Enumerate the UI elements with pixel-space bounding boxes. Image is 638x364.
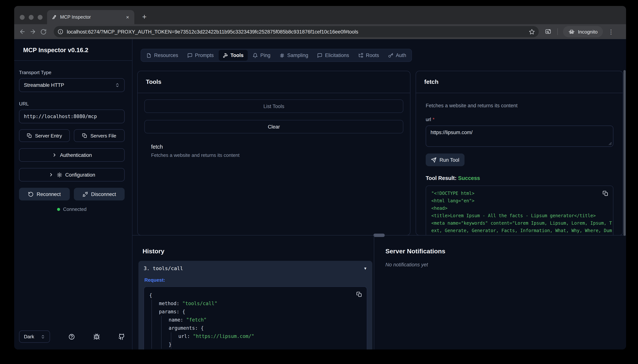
close-window-button[interactable] — [20, 15, 25, 20]
tab-resources[interactable]: Resources — [142, 50, 182, 61]
help-icon[interactable] — [68, 333, 75, 340]
search-tabs-icon[interactable] — [545, 28, 551, 35]
browser-tab[interactable]: MCP Inspector × — [47, 10, 134, 24]
server-entry-button[interactable]: Server Entry — [19, 129, 70, 142]
bookmark-star-icon[interactable] — [529, 28, 535, 35]
json-line: } — [149, 340, 361, 349]
code-line: ext, Generate, Generator, Facts, Informa… — [431, 227, 608, 234]
tab-auth[interactable]: Auth — [384, 50, 410, 61]
tool-result-label: Tool Result: — [426, 175, 457, 181]
code-line: <title>Lorem Ipsum - All the facts - Lip… — [431, 212, 608, 220]
json-line: arguments: { — [149, 324, 361, 332]
code-line: <meta name="keywords" content="Lorem Ips… — [431, 220, 608, 227]
tab-strip: MCP Inspector × + — [14, 6, 626, 24]
top-nav-tabs: Resources Prompts Tools Ping — [141, 49, 412, 62]
address-bar[interactable]: localhost:6274/?MCP_PROXY_AUTH_TOKEN=9e7… — [54, 26, 539, 37]
tab-label: Auth — [396, 52, 406, 58]
servers-file-label: Servers File — [90, 133, 116, 138]
copy-icon[interactable] — [602, 190, 608, 196]
main-content: Resources Prompts Tools Ping — [132, 39, 626, 350]
tool-name: fetch — [151, 144, 403, 150]
fetch-panel-title: fetch — [416, 71, 623, 93]
back-icon[interactable] — [17, 26, 28, 37]
chevron-right-icon — [52, 152, 57, 158]
divider-drag-handle[interactable] — [373, 234, 385, 237]
json-line: method: "tools/call" — [149, 300, 361, 308]
clear-tools-button[interactable]: Clear — [144, 120, 403, 134]
json-line: params: { — [149, 308, 361, 316]
tab-elicitations[interactable]: Elicitations — [313, 50, 353, 61]
server-notifications-title: Server Notifications — [385, 248, 445, 255]
url-param-label-text: url — [426, 116, 431, 122]
history-right-border — [374, 236, 374, 350]
tool-list-item-fetch[interactable]: fetch Fetches a website and returns its … — [151, 144, 403, 158]
tab-roots[interactable]: Roots — [354, 50, 383, 61]
copy-icon[interactable] — [356, 291, 362, 297]
url-text[interactable]: localhost:6274/?MCP_PROXY_AUTH_TOKEN=9e7… — [67, 29, 526, 34]
traffic-lights[interactable] — [20, 15, 43, 20]
browser-menu-icon[interactable]: ⋮ — [608, 28, 614, 35]
bell-icon — [253, 53, 258, 58]
tab-label: Resources — [154, 52, 178, 58]
app-title: MCP Inspector v0.16.2 — [14, 39, 132, 54]
new-tab-button[interactable]: + — [139, 11, 150, 22]
tools-panel-title: Tools — [138, 71, 410, 93]
run-tool-button[interactable]: Run Tool — [426, 154, 465, 166]
zoom-window-button[interactable] — [38, 15, 43, 20]
chevrons-up-down-icon — [115, 83, 120, 88]
server-url-input[interactable]: http://localhost:8080/mcp — [19, 110, 125, 123]
minimize-window-button[interactable] — [29, 15, 34, 20]
github-icon[interactable] — [118, 333, 125, 340]
sidebar: MCP Inspector v0.16.2 Transport Type Str… — [14, 39, 132, 350]
theme-select[interactable]: Dark — [19, 330, 50, 343]
tab-tools[interactable]: Tools — [219, 50, 248, 61]
json-line: name: "fetch" — [149, 316, 361, 324]
status-dot-icon — [57, 208, 60, 211]
copy-icon — [82, 133, 88, 138]
site-info-icon[interactable] — [58, 29, 63, 35]
send-icon — [431, 157, 437, 163]
configuration-label: Configuration — [65, 172, 95, 178]
fetch-detail-panel: fetch Fetches a website and returns its … — [416, 71, 623, 236]
configuration-toggle[interactable]: Configuration — [19, 168, 125, 182]
servers-file-button[interactable]: Servers File — [74, 129, 125, 142]
fetch-description: Fetches a website and returns its conten… — [426, 103, 613, 108]
list-tools-button[interactable]: List Tools — [144, 100, 403, 113]
request-label: Request: — [144, 277, 367, 283]
hammer-icon — [223, 53, 228, 58]
history-entry-header[interactable]: 3. tools/call ▼ — [144, 261, 367, 276]
authentication-toggle[interactable]: Authentication — [19, 148, 125, 162]
transport-type-value: Streamable HTTP — [24, 82, 64, 88]
close-tab-icon[interactable]: × — [125, 14, 130, 20]
tool-result-code-block[interactable]: "<!DOCTYPE html> <html lang="en"> <head>… — [426, 186, 613, 236]
chevron-right-icon — [49, 172, 54, 177]
url-param-textarea[interactable]: https://lipsum.com/ — [426, 126, 613, 147]
url-label: URL — [19, 101, 125, 106]
tab-sampling[interactable]: Sampling — [275, 50, 312, 61]
tab-prompts[interactable]: Prompts — [183, 50, 218, 61]
transport-type-select[interactable]: Streamable HTTP — [19, 78, 125, 92]
incognito-label: Incognito — [578, 29, 598, 34]
authentication-label: Authentication — [60, 152, 92, 158]
reload-icon[interactable] — [38, 26, 49, 37]
disconnect-button[interactable]: Disconnect — [74, 188, 125, 200]
incognito-badge: Incognito — [563, 26, 603, 37]
theme-value: Dark — [24, 334, 34, 340]
sidebar-divider — [14, 60, 132, 61]
json-line: url: "https://lipsum.com/" — [149, 332, 361, 340]
forward-icon[interactable] — [28, 26, 38, 37]
tab-ping[interactable]: Ping — [249, 50, 275, 61]
tool-description: Fetches a website and returns its conten… — [151, 152, 403, 158]
page-scrollbar-thumb[interactable] — [623, 70, 626, 236]
url-param-value: https://lipsum.com/ — [431, 130, 473, 135]
reconnect-button[interactable]: Reconnect — [19, 188, 70, 200]
file-icon — [146, 53, 151, 58]
request-json-block[interactable]: { method: "tools/call" params: { name: "… — [144, 286, 367, 350]
history-title: History — [142, 248, 164, 255]
collapse-triangle-icon[interactable]: ▼ — [363, 266, 367, 270]
resize-grip-icon[interactable] — [608, 142, 612, 145]
tab-label: Prompts — [195, 52, 214, 58]
history-entry-card: 3. tools/call ▼ Request: { method: "tool… — [138, 261, 372, 350]
tree-icon — [358, 53, 363, 58]
bug-icon[interactable] — [93, 333, 100, 340]
